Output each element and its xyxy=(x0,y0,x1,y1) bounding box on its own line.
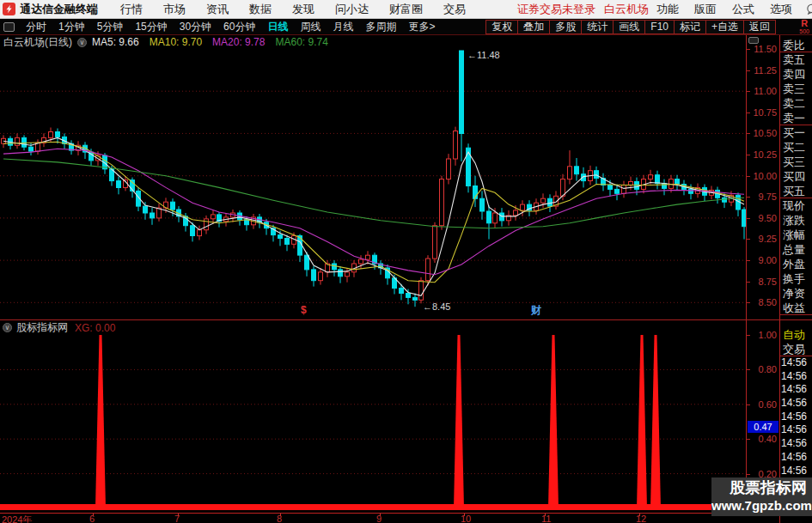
indicator-signal-value: XG: 0.00 xyxy=(75,322,115,334)
quote-row-净资: 净资 xyxy=(780,286,812,301)
toolbar-button[interactable]: 统计 xyxy=(581,20,614,34)
xg-signal-spike xyxy=(548,335,559,508)
toolbar-button[interactable]: 多股 xyxy=(549,20,582,34)
axis-tick xyxy=(747,197,750,198)
layout-icon[interactable] xyxy=(3,22,15,32)
chart-area[interactable]: ←11.48←8.45$财 xyxy=(0,0,746,523)
quote-row-买三: 买三 xyxy=(780,155,812,169)
candle-up xyxy=(157,204,162,222)
quote-row-涨跌: 涨跌 xyxy=(780,213,812,228)
trade-time: 14:56 xyxy=(780,451,812,465)
collapse-chevron-icon[interactable]: ∨ xyxy=(3,323,12,332)
menubar-function-item[interactable]: 功能 xyxy=(649,2,687,17)
menubar-item[interactable]: 行情 xyxy=(110,2,153,17)
candle-down xyxy=(56,129,60,144)
quote-row-卖二: 卖二 xyxy=(780,96,812,111)
menubar-function-item[interactable]: 公式 xyxy=(724,2,762,17)
quote-row-收益: 收益 xyxy=(780,301,812,315)
candle-up xyxy=(319,268,323,285)
period-tab[interactable]: 1分钟 xyxy=(52,20,91,34)
toolbar-button[interactable]: 叠加 xyxy=(517,20,550,34)
collapse-chevron-icon[interactable]: ∨ xyxy=(77,38,87,47)
toolbar-button[interactable]: 标记 xyxy=(674,20,706,34)
month-tick xyxy=(93,514,94,516)
menubar-item[interactable]: 财富圈 xyxy=(379,2,433,17)
ma5-line xyxy=(3,137,744,295)
trade-time: 14:56 xyxy=(780,465,812,478)
menubar-function-item[interactable]: 选项 xyxy=(762,2,800,17)
trade-time: 14:56 xyxy=(780,437,812,451)
toolbar-button[interactable]: 返回 xyxy=(743,20,776,34)
axis-tick xyxy=(747,91,750,92)
price-tick-label: 8.50 xyxy=(759,297,777,307)
menubar-item[interactable]: 数据 xyxy=(239,2,282,17)
event-flag[interactable]: 财 xyxy=(530,304,541,316)
axis-tick xyxy=(747,133,750,134)
price-axis[interactable]: 11.5011.2511.0010.7510.5010.2510.009.759… xyxy=(746,35,779,513)
toolbar-button[interactable]: 复权 xyxy=(485,20,518,34)
ma-legend-item: MA60: 9.74 xyxy=(275,36,327,48)
candle-up xyxy=(568,150,572,184)
xg-baseline xyxy=(0,504,746,510)
period-tab[interactable]: 更多> xyxy=(402,20,441,34)
watermark-site-name: 股票指标网 xyxy=(711,479,807,497)
toolbar-button[interactable]: +自选 xyxy=(705,20,744,34)
candle-down xyxy=(386,265,390,285)
menubar-item[interactable]: 交易 xyxy=(433,2,476,17)
candle-down xyxy=(467,143,471,192)
quote-row-交易[interactable]: 交易 xyxy=(780,342,812,356)
period-tab[interactable]: 分时 xyxy=(20,20,52,34)
period-tab[interactable]: 日线 xyxy=(261,20,294,34)
month-tick xyxy=(545,514,546,516)
period-tab[interactable]: 60分钟 xyxy=(217,20,261,34)
axis-mini-button[interactable] xyxy=(748,37,759,44)
event-flag[interactable]: $ xyxy=(301,304,307,316)
current-stock-name[interactable]: 白云机场 xyxy=(604,2,649,17)
xg-signal-spike xyxy=(454,335,464,508)
month-label: 11 xyxy=(541,514,551,523)
toolbar-button[interactable]: 画线 xyxy=(613,20,645,34)
menubar-item[interactable]: 发现 xyxy=(282,2,325,17)
menubar-function-item[interactable]: 版面 xyxy=(687,2,724,17)
quote-row-卖三: 卖三 xyxy=(780,82,812,96)
candle-down xyxy=(333,260,337,277)
trade-time: 14:56 xyxy=(780,423,812,437)
candle-up xyxy=(507,210,511,226)
chart-header: 白云机场(日线) ∨ MA5: 9.66MA10: 9.70MA20: 9.78… xyxy=(0,35,746,49)
axis-tick xyxy=(747,113,750,113)
menubar-item[interactable]: 问小达 xyxy=(325,2,379,17)
level2-badge[interactable]: R 500 xyxy=(799,20,809,35)
period-tab[interactable]: 30分钟 xyxy=(174,20,217,34)
period-tab[interactable]: 月线 xyxy=(327,20,359,34)
price-tick-label: 8.75 xyxy=(759,277,777,287)
price-tick-label: 10.00 xyxy=(753,171,777,181)
message-bubble-icon[interactable] xyxy=(806,3,812,15)
toolbar-button[interactable]: F10 xyxy=(644,20,675,34)
quote-row-买五: 买五 xyxy=(780,184,812,198)
trade-time: 14:56 xyxy=(780,410,812,424)
menubar-item[interactable]: 市场 xyxy=(153,2,196,17)
period-tab[interactable]: 多周期 xyxy=(359,20,402,34)
candle-up xyxy=(345,268,350,283)
month-tick xyxy=(380,514,381,516)
axis-tick xyxy=(747,70,750,71)
quote-row-买一: 买一 xyxy=(780,125,812,140)
menubar-item[interactable]: 资讯 xyxy=(196,2,239,17)
trade-login-status[interactable]: 证券交易未登录 xyxy=(517,2,595,17)
candle-down xyxy=(656,171,660,190)
period-tab[interactable]: 5分钟 xyxy=(91,20,130,34)
candle-up xyxy=(433,222,437,263)
candle-down xyxy=(736,192,741,216)
period-tab[interactable]: 15分钟 xyxy=(129,20,173,34)
candle-up xyxy=(205,216,209,234)
xg-signal-spike xyxy=(637,335,647,508)
candle-down xyxy=(339,266,343,283)
app-title: 通达信金融终端 xyxy=(20,2,98,17)
quote-row-自动[interactable]: 自动 xyxy=(780,327,812,342)
axis-tick xyxy=(747,369,750,370)
period-tab[interactable]: 周线 xyxy=(294,20,327,34)
candle-down xyxy=(675,175,680,191)
axis-tick xyxy=(747,302,750,303)
candle-up xyxy=(454,127,458,166)
date-axis[interactable]: 2024年6789101112 xyxy=(0,513,779,523)
